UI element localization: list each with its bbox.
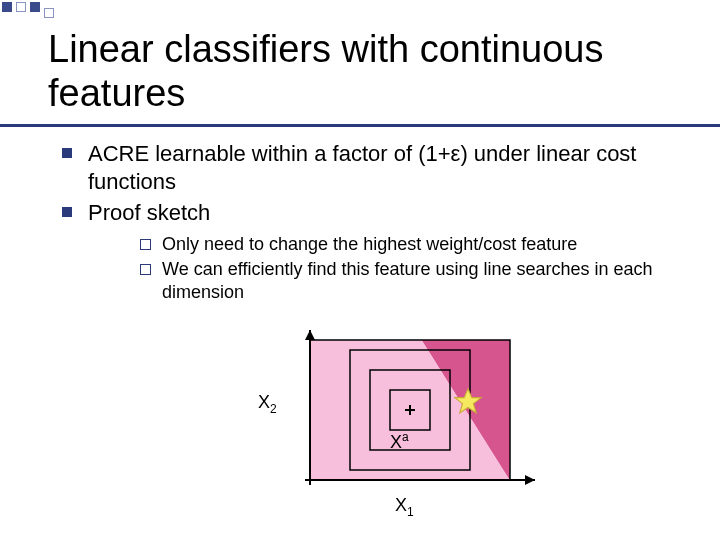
bullet-1-text-pre: ACRE learnable within a factor of (1+: [88, 141, 451, 166]
bullet-1-epsilon: ε: [451, 141, 461, 166]
title-underline: [0, 124, 720, 127]
bullet-item-1: ACRE learnable within a factor of (1+ε) …: [60, 140, 680, 195]
bullet-list: ACRE learnable within a factor of (1+ε) …: [60, 140, 680, 303]
svg-marker-21: [525, 475, 535, 485]
corner-decoration: [0, 0, 120, 24]
content-area: ACRE learnable within a factor of (1+ε) …: [60, 140, 680, 307]
sub-bullet-list: Only need to change the highest weight/c…: [138, 233, 680, 304]
axis-label-x2: X2: [258, 392, 277, 416]
svg-marker-23: [305, 330, 315, 340]
bullet-item-2: Proof sketch Only need to change the hig…: [60, 199, 680, 303]
slide-title: Linear classifiers with continuous featu…: [48, 28, 720, 115]
axis-label-x1: X1: [395, 495, 414, 519]
diagram-figure: X2 X1 Xa: [250, 330, 550, 520]
bullet-2-text: Proof sketch: [88, 200, 210, 225]
diagram-svg: [250, 330, 550, 520]
sub-bullet-1: Only need to change the highest weight/c…: [138, 233, 680, 256]
center-label-xa: Xa: [390, 430, 409, 453]
sub-bullet-2: We can efficiently find this feature usi…: [138, 258, 680, 303]
slide: Linear classifiers with continuous featu…: [0, 0, 720, 540]
